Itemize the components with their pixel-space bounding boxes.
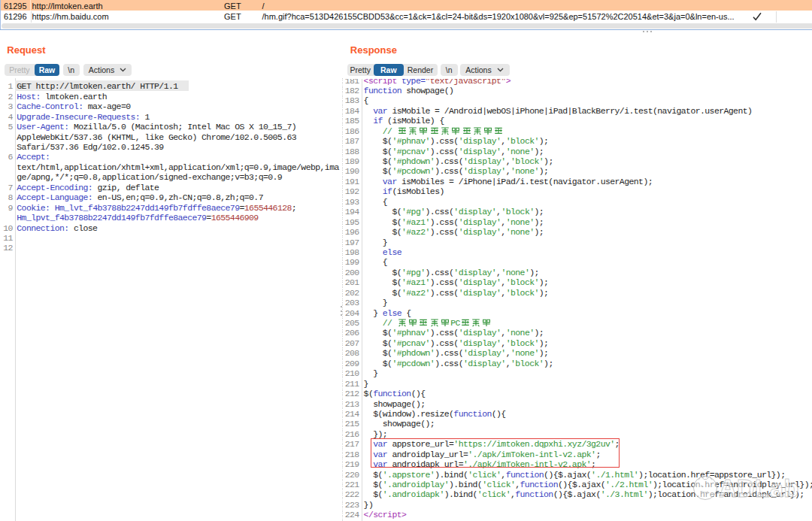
svg-text:ADLab: ADLab [719, 474, 798, 502]
